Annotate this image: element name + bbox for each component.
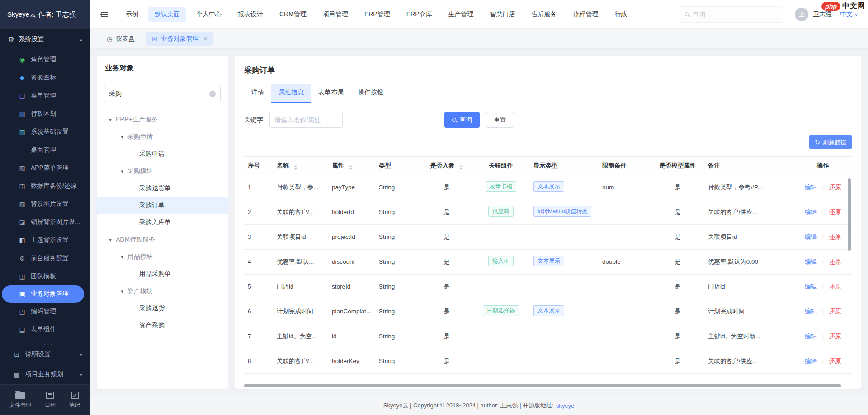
tree-node[interactable]: ▾ 资产模块 [97, 283, 228, 300]
tree-node[interactable]: 采购入库单 [97, 214, 228, 231]
edit-link[interactable]: 编辑 [805, 333, 817, 340]
sidebar-item[interactable]: ◫ 团队模板 [0, 267, 90, 285]
sidebar-item[interactable]: ▤ 菜单管理 [0, 87, 90, 105]
query-button[interactable]: 查询 [444, 112, 480, 128]
edit-link[interactable]: 编辑 [805, 258, 817, 265]
sidebar-item[interactable]: ⊚ 前台服务配置 [0, 249, 90, 267]
sidebar-item[interactable]: ◆ 资源图标 [0, 69, 90, 87]
user-name[interactable]: 卫志强 [813, 10, 832, 19]
global-search[interactable] [679, 6, 783, 23]
sidebar-item[interactable]: ◪ 锁屏背景图片设... [0, 213, 90, 231]
table-header-cell[interactable]: 关联组件 [472, 157, 530, 175]
clear-input-icon[interactable]: × [209, 91, 216, 97]
open-tab[interactable]: ◷ 仪表盘 [101, 32, 140, 46]
tree-node[interactable]: 采购申请 [97, 145, 228, 163]
open-tab[interactable]: ⊞ 业务对象管理 × [146, 32, 213, 46]
restore-link[interactable]: 还原 [829, 333, 841, 340]
close-icon[interactable]: × [203, 35, 208, 42]
top-nav-item[interactable]: 售后服务 [525, 7, 563, 22]
sidebar-footer-item[interactable]: 笔记 [69, 391, 80, 409]
top-nav-item[interactable]: 个人中心 [190, 7, 228, 22]
restore-link[interactable]: 还原 [829, 283, 841, 290]
detail-tab[interactable]: 属性信息 [271, 84, 311, 103]
table-header-cell[interactable]: 限制条件 [599, 157, 651, 175]
language-switcher[interactable]: 中文 ∨ [840, 10, 858, 19]
tree-node[interactable]: 采购退货 [97, 300, 228, 317]
restore-link[interactable]: 还原 [829, 209, 841, 215]
skyeye-link[interactable]: skyeye [556, 402, 574, 409]
tree-node[interactable]: ▾ 采购申请 [97, 128, 228, 145]
sidebar-footer-item[interactable]: 日程 [45, 391, 56, 409]
sidebar-group-item[interactable]: ▤ 项目业务规划 ▾ [0, 364, 90, 384]
sidebar-item[interactable]: ◧ 主题背景设置 [0, 231, 90, 249]
table-header-cell[interactable]: 显示类型 [530, 157, 599, 175]
reset-button[interactable]: 重置 [486, 112, 514, 128]
sidebar-footer-item[interactable]: 文件管理 [9, 391, 31, 409]
tree-node[interactable]: 采购退货单 [97, 180, 228, 197]
sidebar-item[interactable]: ▨ 背景图片设置 [0, 195, 90, 213]
sidebar-item[interactable]: ▧ 数据模板 [0, 339, 90, 345]
top-nav-item[interactable]: 智慧门店 [483, 7, 521, 22]
table-header-cell[interactable]: 序号 [244, 157, 273, 175]
sidebar-item[interactable]: ▥ 系统基础设置 [0, 123, 90, 141]
sidebar-item[interactable]: ◉ 角色管理 [0, 51, 90, 69]
keyword-input[interactable] [269, 112, 343, 128]
table-vertical-scrollbar[interactable] [848, 178, 851, 251]
sort-icon[interactable] [349, 165, 353, 170]
restore-link[interactable]: 还原 [829, 258, 841, 265]
top-nav-item[interactable]: ERP管理 [358, 7, 396, 22]
top-nav-item[interactable]: 默认桌面 [148, 7, 186, 22]
table-header-cell[interactable]: 名称 [273, 157, 328, 175]
edit-link[interactable]: 编辑 [805, 233, 817, 240]
restore-link[interactable]: 还原 [829, 233, 841, 240]
table-header-cell[interactable]: 是否入参 [421, 157, 472, 175]
collapse-sidebar-icon[interactable] [99, 11, 108, 18]
tree-node[interactable]: 资产采购 [97, 317, 228, 334]
top-nav-item[interactable]: 流程管理 [566, 7, 604, 22]
tree-node[interactable]: 用品采购单 [97, 266, 228, 283]
sidebar-item[interactable]: ◰ 编码管理 [0, 303, 90, 321]
restore-link[interactable]: 还原 [829, 308, 841, 315]
edit-link[interactable]: 编辑 [805, 283, 817, 290]
top-nav-item[interactable]: 项目管理 [316, 7, 354, 22]
tree-node[interactable]: 采购订单 [97, 197, 228, 214]
table-header-cell[interactable]: 操作 [794, 157, 852, 175]
detail-tab[interactable]: 表单布局 [311, 84, 351, 103]
detail-tab[interactable]: 详情 [244, 84, 271, 103]
sort-icon[interactable] [294, 165, 297, 170]
sidebar-item[interactable]: ◫ 数据库备份/还原 [0, 177, 90, 195]
sort-icon[interactable] [459, 165, 463, 170]
avatar[interactable]: 卫 [795, 8, 808, 21]
edit-link[interactable]: 编辑 [805, 358, 817, 364]
top-nav-item[interactable]: ERP仓库 [400, 7, 439, 22]
sidebar-item[interactable]: ▣ 业务对象管理 [2, 285, 84, 303]
top-nav-item[interactable]: 报表设计 [231, 7, 269, 22]
table-header-cell[interactable]: 备注 [704, 157, 794, 175]
global-search-input[interactable] [693, 11, 777, 18]
tree-node[interactable]: ▾ ADM行政服务 [97, 231, 228, 248]
tree-search-input[interactable] [109, 90, 209, 98]
top-nav-item[interactable]: 生产管理 [442, 7, 480, 22]
sidebar-item[interactable]: ▦ 行政区划 [0, 105, 90, 123]
edit-link[interactable]: 编辑 [805, 209, 817, 215]
table-header-cell[interactable]: 属性 [328, 157, 375, 175]
restore-link[interactable]: 还原 [829, 358, 841, 364]
tree-node[interactable]: ▾ 用品模块 [97, 248, 228, 266]
table-header-cell[interactable]: 是否模型属性 [651, 157, 704, 175]
sidebar-item[interactable]: ▧ APP菜单管理 [0, 159, 90, 177]
edit-link[interactable]: 编辑 [805, 308, 817, 315]
table-header-cell[interactable]: 类型 [375, 157, 421, 175]
restore-link[interactable]: 还原 [829, 184, 841, 191]
sidebar-group-system-settings[interactable]: ⚙ 系统设置 ▴ [0, 29, 90, 50]
table-horizontal-scrollbar[interactable] [244, 384, 841, 387]
top-nav-item[interactable]: 示例 [119, 7, 145, 22]
tree-node[interactable]: ▾ 采购模块 [97, 163, 228, 180]
top-nav-item[interactable]: CRM管理 [273, 7, 313, 22]
edit-link[interactable]: 编辑 [805, 184, 817, 191]
refresh-data-button[interactable]: ↻ 刷新数据 [809, 135, 852, 149]
detail-tab[interactable]: 操作按钮 [351, 84, 391, 103]
top-nav-item[interactable]: 行政 [608, 7, 633, 22]
sidebar-item[interactable]: 桌面管理 [0, 141, 90, 159]
tree-node[interactable]: ▾ ERP+生产服务 [97, 111, 228, 128]
sidebar-group-item[interactable]: ⊡ 说明设置 ▾ [0, 345, 90, 364]
